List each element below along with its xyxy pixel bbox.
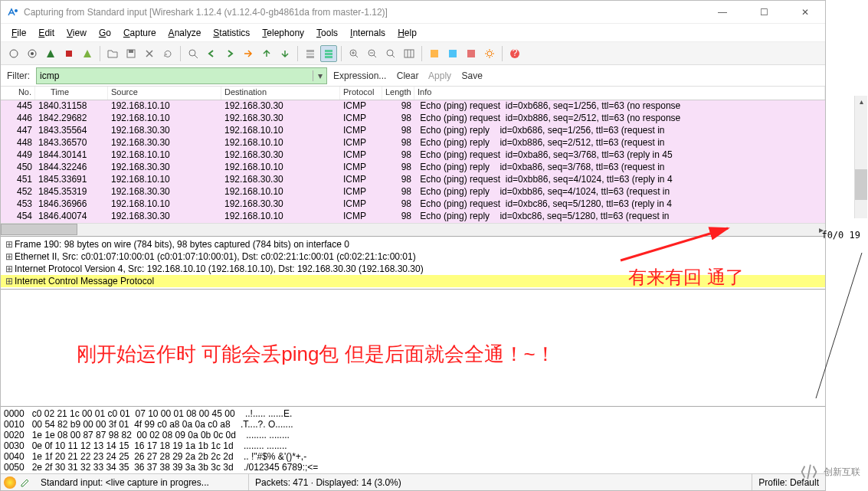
hex-line[interactable]: 0040 1e 1f 20 21 22 23 24 25 26 27 28 29… [4,451,822,462]
save-link[interactable]: Save [461,70,482,81]
menu-tools[interactable]: Tools [312,26,342,40]
table-row[interactable]: 4511845.33691192.168.10.10192.168.30.30I… [1,174,825,186]
menu-view[interactable]: View [62,26,91,40]
table-row[interactable]: 4481843.36570192.168.30.30192.168.10.10I… [1,137,825,149]
filter-bar: Filter: ▾ Expression... Clear Apply Save [1,65,825,87]
menu-go[interactable]: Go [94,26,116,40]
table-row[interactable]: 4471843.35564192.168.30.30192.168.10.10I… [1,125,825,137]
table-row[interactable]: 4451840.31158192.168.10.10192.168.30.30I… [1,100,825,113]
v-scrollbar[interactable]: ▴ [854,96,867,218]
zoom-100-icon[interactable] [382,45,399,62]
packet-list-header: No. Time Source Destination Protocol Len… [1,87,825,100]
hex-line[interactable]: 0010 00 54 82 b9 00 00 3f 01 4f 99 c0 a8… [4,419,822,430]
svg-text:?: ? [513,47,518,58]
svg-point-21 [487,51,492,56]
col-proto[interactable]: Protocol [340,87,382,100]
side-line-icon [812,253,868,406]
filter-input[interactable] [37,70,313,81]
save-icon[interactable] [123,45,139,62]
expand-icon[interactable]: ⊞ [4,276,15,286]
colorize-icon[interactable] [302,45,319,62]
expression-link[interactable]: Expression... [333,70,386,81]
help-icon[interactable]: ? [506,45,523,62]
prefs-icon[interactable] [481,45,498,62]
coloring-rules-icon[interactable] [463,45,480,62]
menu-statistics[interactable]: Statistics [208,26,254,40]
zoom-out-icon[interactable] [364,45,381,62]
minimize-button[interactable]: — [709,7,736,18]
options-icon[interactable] [24,45,41,62]
menu-capture[interactable]: Capture [119,26,161,40]
svg-point-1 [10,50,18,57]
resize-cols-icon[interactable] [401,45,418,62]
menu-edit[interactable]: Edit [34,26,59,40]
goto-icon[interactable] [240,45,257,62]
svg-rect-10 [306,56,314,58]
open-icon[interactable] [104,45,121,62]
table-row[interactable]: 4501844.32246192.168.30.30192.168.10.10I… [1,162,825,174]
logo-icon [798,460,821,483]
side-text: f0/0 19 [821,230,860,241]
col-info[interactable]: Info [414,87,825,100]
status-edit-icon[interactable] [19,476,31,489]
menubar: FileEditViewGoCaptureAnalyzeStatisticsTe… [1,24,825,42]
col-dest[interactable]: Destination [221,87,340,100]
hex-line[interactable]: 0050 2e 2f 30 31 32 33 34 35 36 37 38 39… [4,462,822,473]
packet-list[interactable]: 4451840.31158192.168.10.10192.168.30.30I… [1,100,825,223]
back-icon[interactable] [203,45,220,62]
menu-telephony[interactable]: Telephony [257,26,309,40]
scroll-up-icon[interactable]: ▴ [855,96,867,108]
reload-icon[interactable] [159,45,176,62]
col-source[interactable]: Source [108,87,221,100]
interfaces-icon[interactable] [5,45,22,62]
filter-links: Expression... Clear Apply Save [333,70,490,81]
hex-line[interactable]: 0000 c0 02 21 1c 00 01 c0 01 07 10 00 01… [4,408,822,419]
svg-rect-13 [325,56,332,58]
first-icon[interactable] [258,45,275,62]
hex-pane[interactable]: 0000 c0 02 21 1c 00 01 c0 01 07 10 00 01… [1,406,825,473]
expert-info-icon[interactable] [4,476,16,489]
col-no[interactable]: No. [1,87,35,100]
status-packets: Packets: 471 · Displayed: 14 (3.0%) [249,474,752,490]
table-row[interactable]: 4531846.36966192.168.10.10192.168.30.30I… [1,198,825,211]
menu-file[interactable]: File [7,26,31,40]
menu-help[interactable]: Help [393,26,421,40]
start-icon[interactable] [42,45,59,62]
close-button[interactable]: ✕ [791,7,819,18]
filter-dropdown-icon[interactable]: ▾ [313,70,326,81]
capture-filters-icon[interactable] [426,45,443,62]
close-file-icon[interactable] [141,45,158,62]
toolbar: ? [1,42,825,65]
col-len[interactable]: Length [382,87,414,100]
clear-link[interactable]: Clear [397,70,419,81]
status-bar: Standard input: <live capture in progres… [1,473,825,490]
table-row[interactable]: 4491844.30141192.168.10.10192.168.30.30I… [1,149,825,162]
table-row[interactable]: 4541846.40074192.168.30.30192.168.10.10I… [1,211,825,223]
svg-rect-20 [467,50,475,57]
expand-icon[interactable]: ⊞ [4,264,15,274]
zoom-in-icon[interactable] [346,45,362,62]
expand-icon[interactable]: ⊞ [4,239,15,250]
logo-text: 创新互联 [824,466,860,479]
expand-icon[interactable]: ⊞ [4,251,15,262]
svg-point-3 [31,52,34,55]
col-time[interactable]: Time [35,87,108,100]
menu-analyze[interactable]: Analyze [164,26,206,40]
maximize-button[interactable]: ☐ [750,7,778,18]
last-icon[interactable] [277,45,293,62]
hex-line[interactable]: 0020 1e 1e 08 00 87 87 98 82 00 02 08 09… [4,430,822,440]
svg-rect-17 [405,50,414,57]
menu-internals[interactable]: Internals [346,26,390,40]
apply-link[interactable]: Apply [428,70,451,81]
forward-icon[interactable] [221,45,238,62]
display-filters-icon[interactable] [444,45,461,62]
hex-line[interactable]: 0030 0e 0f 10 11 12 13 14 15 16 17 18 19… [4,440,822,451]
autoscroll-icon[interactable] [320,45,337,62]
stop-icon[interactable] [61,45,77,62]
restart-icon[interactable] [79,45,96,62]
svg-line-25 [816,253,862,398]
table-row[interactable]: 4461842.29682192.168.10.10192.168.30.30I… [1,113,825,125]
find-icon[interactable] [185,45,201,62]
table-row[interactable]: 4521845.35319192.168.30.30192.168.10.10I… [1,186,825,198]
svg-point-7 [189,50,195,56]
